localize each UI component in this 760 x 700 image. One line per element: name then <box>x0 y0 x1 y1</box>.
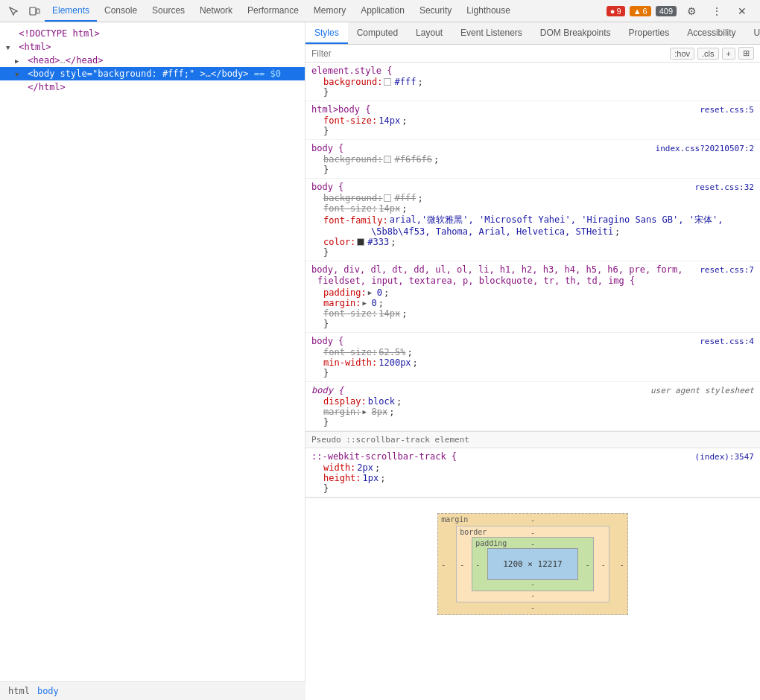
right-tabs: Styles Computed Layout Event Listeners D… <box>305 22 760 45</box>
box-model: margin - - - - border - - - - padding <box>437 513 627 615</box>
css-selector-body-index[interactable]: body { <box>311 143 343 153</box>
triangle-html[interactable] <box>6 42 13 52</box>
css-rule-body-useragent: body { user agent stylesheet display: bl… <box>305 382 760 431</box>
css-source-index3547[interactable]: (index):3547 <box>695 452 754 462</box>
tab-security[interactable]: Security <box>412 0 459 22</box>
tab-layout[interactable]: Layout <box>407 22 452 44</box>
css-rule-body-selectors: body, div, dl, dt, dd, ul, ol, li, h1, h… <box>305 261 760 333</box>
css-source-index2[interactable]: index.css?20210507:2 <box>656 144 754 153</box>
breadcrumb-html[interactable]: html <box>6 685 32 697</box>
triangle-body[interactable] <box>15 69 22 79</box>
border-top: - <box>531 529 535 537</box>
breadcrumb-body[interactable]: body <box>35 685 61 697</box>
padding-bottom: - <box>531 580 535 588</box>
dom-line-body[interactable]: <body style="background: #fff;" >…</body… <box>0 67 305 80</box>
css-rule-body-reset32: body { reset.css:32 background: #fff; fo… <box>305 179 760 261</box>
margin-ua-expand[interactable] <box>363 408 370 416</box>
filter-input[interactable] <box>311 48 665 59</box>
triangle-head[interactable] <box>15 55 22 66</box>
css-selector-body-ua[interactable]: body { <box>311 385 343 395</box>
css-selector-scrollbar[interactable]: ::-webkit-scrollbar-track { <box>311 451 457 462</box>
padding-expand[interactable] <box>368 289 376 296</box>
devtools-toolbar: Elements Console Sources Network Perform… <box>0 0 760 22</box>
css-selector-body-reset32[interactable]: body { <box>311 182 343 192</box>
pseudo-header: Pseudo ::scrollbar-track element <box>305 431 760 448</box>
css-source-reset4[interactable]: reset.css:4 <box>700 337 754 346</box>
warn-count: 6 <box>643 7 647 16</box>
toggle-style-btn[interactable]: ⊞ <box>738 47 754 60</box>
main-tab-bar: Elements Console Sources Network Perform… <box>45 0 602 22</box>
css-source-ua: user agent stylesheet <box>650 386 754 395</box>
settings-btn[interactable]: ⚙ <box>681 1 702 22</box>
css-selector-multi[interactable]: body, div, dl, dt, dd, ul, ol, li, h1, h… <box>311 264 683 275</box>
tab-performance[interactable]: Performance <box>240 0 306 22</box>
styles-toolbar: :hov .cls + ⊞ <box>305 45 760 63</box>
toolbar-right: ● 9 ▲ 6 409 ⚙ ⋮ ✕ <box>602 1 757 22</box>
margin-expand[interactable] <box>363 299 370 307</box>
dom-line-head[interactable]: <head>…</head> <box>0 54 305 67</box>
dom-line-doctype: <!DOCTYPE html> <box>0 27 305 40</box>
right-panel: Styles Computed Layout Event Listeners D… <box>305 22 760 700</box>
error-count: 9 <box>617 7 621 16</box>
main-container: <!DOCTYPE html> <html> <head>…</head> <b… <box>0 22 760 700</box>
css-rule-body-index: body { index.css?20210507:2 background: … <box>305 140 760 179</box>
tab-console[interactable]: Console <box>97 0 145 22</box>
margin-bottom: - <box>531 604 535 612</box>
left-wrapper: <!DOCTYPE html> <html> <head>…</head> <b… <box>0 22 305 700</box>
color-swatch-333[interactable] <box>357 238 364 246</box>
tab-accessibility[interactable]: Accessibility <box>678 22 744 44</box>
box-margin: margin - - - - border - - - - padding <box>437 513 627 615</box>
css-selector-body-reset4[interactable]: body { <box>311 336 343 346</box>
padding-right: - <box>586 560 590 568</box>
close-btn[interactable]: ✕ <box>732 1 753 22</box>
css-closing-brace: } <box>311 87 754 98</box>
add-style-btn[interactable]: + <box>722 48 735 60</box>
device-icon-btn[interactable] <box>24 1 45 22</box>
more-btn[interactable]: ⋮ <box>706 1 727 22</box>
padding-top: - <box>531 540 535 548</box>
box-border: border - - - - padding - - - - <box>456 526 609 602</box>
cls-btn[interactable]: .cls <box>697 48 719 60</box>
css-source-reset32[interactable]: reset.css:32 <box>695 182 754 192</box>
css-selector-multi2: fieldset, input, textarea, p, blockquote… <box>317 276 635 286</box>
margin-right: - <box>620 560 624 568</box>
dom-line-html[interactable]: <html> <box>0 40 305 54</box>
css-selector[interactable]: element.style { <box>311 66 392 76</box>
breadcrumb-bar: html body <box>0 681 305 700</box>
tab-memory[interactable]: Memory <box>306 0 353 22</box>
hov-btn[interactable]: :hov <box>670 48 694 60</box>
svg-rect-1 <box>37 9 39 13</box>
tab-uibot[interactable]: UiBot <box>745 22 760 44</box>
styles-toolbar-right: :hov .cls + ⊞ <box>670 47 754 60</box>
tab-network[interactable]: Network <box>192 0 240 22</box>
tab-event-listeners[interactable]: Event Listeners <box>452 22 531 44</box>
css-prop-background: background: #fff; <box>311 77 754 87</box>
border-bottom: - <box>531 591 535 599</box>
color-swatch-f6f6f6[interactable] <box>384 156 391 163</box>
margin-left: - <box>441 560 446 568</box>
css-rule-element-style: element.style { background: #fff; } <box>305 63 760 101</box>
inspect-icon-btn[interactable] <box>3 1 24 22</box>
box-padding: padding - - - - 1200 × 12217 <box>472 537 593 591</box>
tab-elements[interactable]: Elements <box>45 0 97 22</box>
warn-icon: ▲ <box>633 7 642 16</box>
info-badge: 409 <box>656 6 677 16</box>
color-swatch-fff[interactable] <box>384 78 391 86</box>
css-source-reset5[interactable]: reset.css:5 <box>700 105 754 115</box>
styles-panel[interactable]: element.style { background: #fff; } html… <box>305 63 760 700</box>
tab-dom-breakpoints[interactable]: DOM Breakpoints <box>531 22 620 44</box>
tab-styles[interactable]: Styles <box>305 22 348 44</box>
border-right: - <box>601 560 606 568</box>
color-swatch-fff2[interactable] <box>384 194 391 202</box>
tab-application[interactable]: Application <box>353 0 412 22</box>
css-selector-htmlbody[interactable]: html>body { <box>311 104 370 115</box>
css-source-reset7[interactable]: reset.css:7 <box>700 265 754 275</box>
margin-top: - <box>531 516 535 524</box>
border-left: - <box>460 560 464 568</box>
tab-lighthouse[interactable]: Lighthouse <box>459 0 518 22</box>
css-rule-html-body: html>body { reset.css:5 font-size: 14px;… <box>305 101 760 140</box>
dom-panel[interactable]: <!DOCTYPE html> <html> <head>…</head> <b… <box>0 22 305 700</box>
tab-sources[interactable]: Sources <box>145 0 192 22</box>
tab-computed[interactable]: Computed <box>348 22 407 44</box>
tab-properties[interactable]: Properties <box>620 22 679 44</box>
